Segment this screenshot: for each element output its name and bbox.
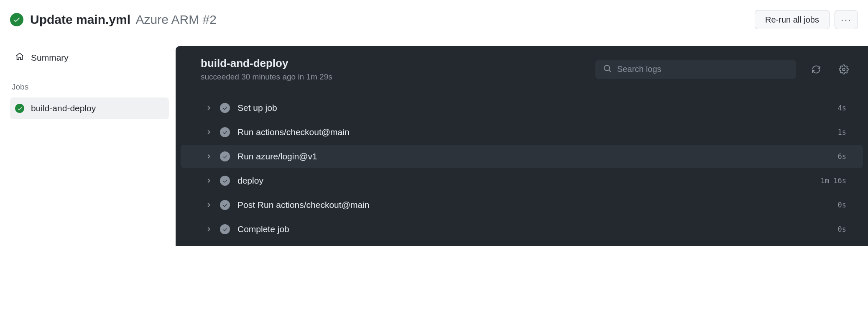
step-label: Run actions/checkout@main — [237, 127, 838, 137]
jobs-section-header: Jobs — [10, 69, 169, 97]
job-status-text: succeeded 30 minutes ago in 1m 29s — [201, 72, 589, 82]
step-time: 1s — [838, 128, 846, 136]
step-success-icon — [220, 151, 230, 161]
status-success-icon — [10, 13, 23, 26]
rerun-all-jobs-button[interactable]: Re-run all jobs — [755, 10, 830, 29]
step-row[interactable]: Run azure/login@v16s — [181, 145, 863, 168]
step-success-icon — [220, 200, 230, 210]
step-time: 6s — [838, 152, 846, 161]
sidebar-job-build-and-deploy[interactable]: build-and-deploy — [10, 97, 169, 119]
refresh-icon — [811, 64, 821, 74]
step-success-icon — [220, 103, 230, 113]
job-name: build-and-deploy — [201, 57, 589, 70]
step-time: 0s — [838, 201, 846, 209]
search-icon — [603, 64, 612, 75]
sidebar-job-label: build-and-deploy — [31, 103, 96, 113]
chevron-right-icon — [206, 225, 213, 233]
step-success-icon — [220, 176, 230, 186]
summary-label: Summary — [31, 53, 69, 63]
svg-line-1 — [609, 70, 611, 72]
step-row[interactable]: Set up job4s — [181, 96, 863, 120]
step-row[interactable]: Run actions/checkout@main1s — [181, 120, 863, 144]
workflow-run-subtitle: Azure ARM #2 — [136, 13, 217, 26]
step-row[interactable]: Complete job0s — [181, 218, 863, 241]
log-settings-button[interactable] — [836, 62, 851, 77]
step-time: 4s — [838, 104, 846, 112]
steps-list: Set up job4sRun actions/checkout@main1sR… — [176, 91, 868, 246]
chevron-right-icon — [206, 153, 213, 160]
step-row[interactable]: Post Run actions/checkout@main0s — [181, 193, 863, 217]
search-logs-input[interactable] — [617, 64, 789, 74]
sidebar: Summary Jobs build-and-deploy — [0, 46, 176, 246]
step-label: Complete job — [237, 224, 838, 234]
step-label: deploy — [237, 176, 821, 186]
log-panel-header: build-and-deploy succeeded 30 minutes ag… — [176, 46, 868, 91]
summary-link[interactable]: Summary — [10, 46, 169, 69]
svg-point-2 — [842, 68, 845, 71]
workflow-run-title: Update main.yml — [30, 13, 130, 26]
step-success-icon — [220, 224, 230, 234]
chevron-right-icon — [206, 128, 213, 136]
header-title-wrap: Update main.yml Azure ARM #2 — [30, 13, 217, 27]
content-layout: Summary Jobs build-and-deploy build-and-… — [0, 46, 868, 246]
kebab-icon: ··· — [841, 15, 852, 25]
chevron-right-icon — [206, 104, 213, 112]
step-label: Post Run actions/checkout@main — [237, 200, 838, 210]
step-label: Run azure/login@v1 — [237, 151, 838, 161]
job-title-block: build-and-deploy succeeded 30 minutes ag… — [201, 57, 589, 82]
gear-icon — [839, 64, 849, 74]
log-panel: build-and-deploy succeeded 30 minutes ag… — [176, 46, 868, 246]
step-label: Set up job — [237, 103, 838, 113]
chevron-right-icon — [206, 177, 213, 184]
header-left: Update main.yml Azure ARM #2 — [10, 13, 217, 27]
page-header: Update main.yml Azure ARM #2 Re-run all … — [0, 0, 868, 34]
step-time: 0s — [838, 225, 846, 233]
svg-point-0 — [604, 65, 610, 71]
chevron-right-icon — [206, 201, 213, 209]
header-actions: Re-run all jobs ··· — [755, 10, 858, 29]
step-success-icon — [220, 127, 230, 137]
more-actions-button[interactable]: ··· — [835, 10, 858, 29]
search-logs-wrap[interactable] — [595, 60, 796, 79]
step-time: 1m 16s — [821, 177, 846, 185]
job-success-icon — [15, 104, 24, 113]
step-row[interactable]: deploy1m 16s — [181, 169, 863, 192]
home-icon — [15, 52, 24, 63]
refresh-logs-button[interactable] — [809, 62, 824, 77]
